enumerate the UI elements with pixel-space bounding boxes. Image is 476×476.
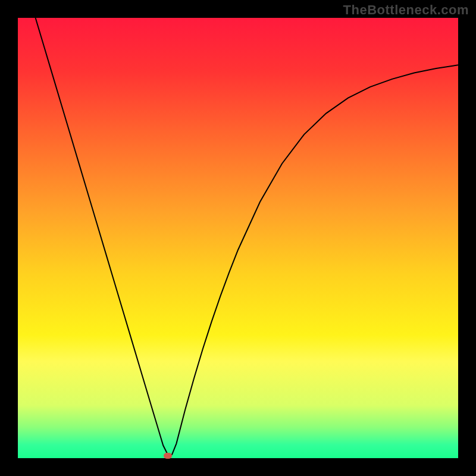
plot-area xyxy=(18,18,458,458)
watermark-text: TheBottleneck.com xyxy=(343,2,469,18)
plot-frame xyxy=(18,18,458,458)
gradient-background xyxy=(18,18,458,458)
optimum-marker xyxy=(164,453,172,459)
